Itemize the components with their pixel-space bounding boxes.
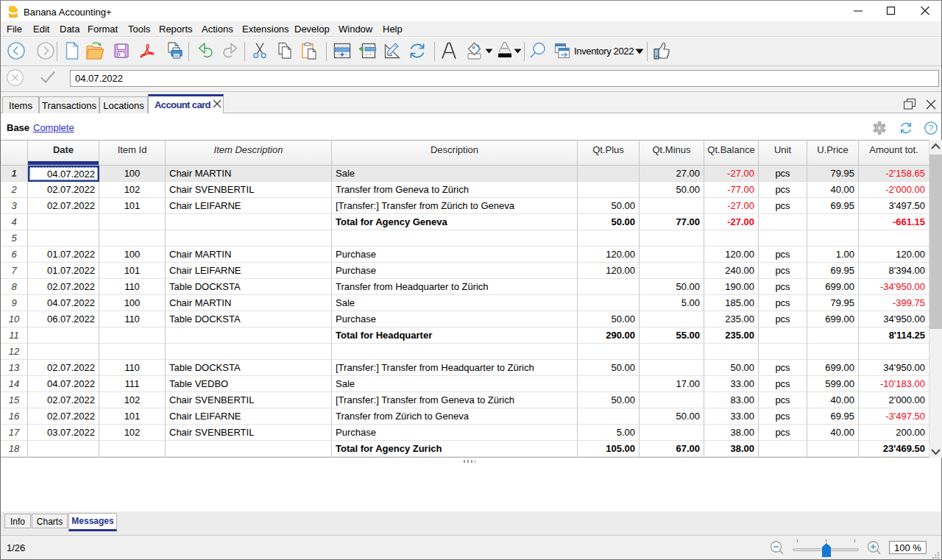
svg-text:?: ? xyxy=(929,124,933,132)
